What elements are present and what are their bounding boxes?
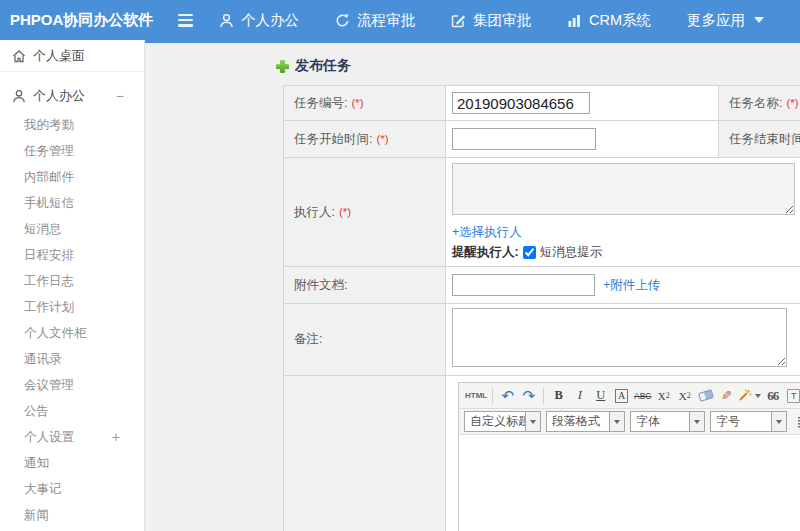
italic-button[interactable]: I bbox=[570, 386, 589, 406]
start-time-value-cell bbox=[446, 121, 719, 158]
underline-button[interactable]: U bbox=[591, 386, 610, 406]
sidebar-item-label: 日程安排 bbox=[24, 247, 74, 264]
main-content: 发布任务 任务编号:(*) 任务名称:(*) 任务开始时间:(*) bbox=[145, 40, 800, 531]
sidebar-item-work-log[interactable]: 工作日志 bbox=[0, 268, 144, 294]
collapse-minus-icon[interactable]: − bbox=[116, 88, 124, 104]
history-arrow-icon bbox=[335, 13, 350, 28]
custom-title-select[interactable]: 自定义标题 bbox=[464, 411, 541, 432]
chevron-down-icon bbox=[609, 412, 624, 431]
sidebar-item-contacts[interactable]: 通讯录 bbox=[0, 346, 144, 372]
boxed-a-icon: A bbox=[615, 389, 628, 403]
editor-toolbar-row1: HTML ↶ ↷ B I U A ABC X2 X2 ✎ bbox=[459, 383, 800, 409]
select-executor-link[interactable]: +选择执行人 bbox=[452, 225, 522, 239]
attachment-input[interactable] bbox=[452, 274, 595, 296]
nav-workflow-approval[interactable]: 流程审批 bbox=[335, 11, 415, 30]
sidebar-item-label: 任务管理 bbox=[24, 143, 74, 160]
nav-label: 更多应用 bbox=[687, 11, 745, 30]
chevron-down-icon bbox=[525, 412, 540, 431]
sidebar-item-my-attendance[interactable]: 我的考勤 bbox=[0, 112, 144, 138]
blockquote-button[interactable]: 66 bbox=[763, 386, 782, 406]
top-header: PHPOA协同办公软件 个人办公 流程审批 集团审批 CRM系统 bbox=[0, 0, 800, 40]
rich-text-editor: HTML ↶ ↷ B I U A ABC X2 X2 ✎ bbox=[458, 382, 800, 531]
task-number-value-cell bbox=[446, 86, 719, 121]
sidebar-item-internal-mail[interactable]: 内部邮件 bbox=[0, 164, 144, 190]
editor-content-area[interactable] bbox=[459, 435, 800, 531]
expand-plus-icon[interactable]: + bbox=[112, 429, 120, 445]
field-label: 任务名称: bbox=[729, 96, 782, 110]
page-title: 发布任务 bbox=[276, 57, 351, 75]
superscript-button[interactable]: X2 bbox=[654, 386, 673, 406]
remove-format-button[interactable] bbox=[696, 386, 715, 406]
field-label: 执行人: bbox=[294, 205, 335, 219]
format-brush-button[interactable]: ✎ bbox=[717, 386, 736, 406]
nav-crm-system[interactable]: CRM系统 bbox=[567, 11, 651, 30]
app-logo-title[interactable]: PHPOA协同办公软件 bbox=[0, 11, 154, 30]
nav-label: 流程审批 bbox=[357, 11, 415, 30]
autoformat-button[interactable] bbox=[738, 386, 761, 406]
sms-remind-checkbox[interactable] bbox=[523, 246, 536, 259]
attachment-upload-link[interactable]: +附件上传 bbox=[603, 277, 660, 294]
attachment-value-cell: +附件上传 bbox=[446, 267, 800, 304]
home-icon bbox=[12, 49, 26, 63]
sidebar-item-label: 新闻 bbox=[24, 507, 49, 524]
nav-label: CRM系统 bbox=[589, 11, 651, 30]
sidebar-item-news[interactable]: 新闻 bbox=[0, 502, 144, 528]
plus-icon bbox=[276, 60, 289, 73]
sidebar-item-schedule[interactable]: 日程安排 bbox=[0, 242, 144, 268]
paste-plain-button[interactable]: T bbox=[784, 386, 800, 406]
chevron-down-icon bbox=[755, 394, 761, 398]
field-label: 附件文档: bbox=[294, 278, 347, 292]
sidebar-item-personal-settings[interactable]: 个人设置 + bbox=[0, 424, 144, 450]
redo-button[interactable]: ↷ bbox=[519, 386, 538, 406]
nav-personal-office[interactable]: 个人办公 bbox=[219, 11, 299, 30]
executor-label-cell: 执行人:(*) bbox=[284, 158, 446, 267]
sidebar-item-task-management[interactable]: 任务管理 bbox=[0, 138, 144, 164]
sidebar-item-label: 大事记 bbox=[24, 481, 62, 498]
sidebar-item-announcement[interactable]: 公告 bbox=[0, 398, 144, 424]
sidebar-item-sms[interactable]: 手机短信 bbox=[0, 190, 144, 216]
sidebar-item-work-plan[interactable]: 工作计划 bbox=[0, 294, 144, 320]
chevron-down-icon bbox=[754, 17, 764, 23]
sidebar-item-notice[interactable]: 通知 bbox=[0, 450, 144, 476]
remark-textarea[interactable] bbox=[452, 308, 787, 367]
sidebar-item-label: 公告 bbox=[24, 403, 49, 420]
nav-group-approval[interactable]: 集团审批 bbox=[451, 11, 531, 30]
sidebar-item-personal-desktop[interactable]: 个人桌面 bbox=[0, 40, 144, 72]
task-number-input[interactable] bbox=[452, 92, 590, 114]
sidebar-menu: 个人桌面 个人办公 − 我的考勤 任务管理 内部邮件 手机短信 短消息 日程安排… bbox=[0, 40, 145, 531]
bar-chart-icon bbox=[567, 13, 582, 28]
undo-button[interactable]: ↶ bbox=[498, 386, 517, 406]
sidebar-item-short-message[interactable]: 短消息 bbox=[0, 216, 144, 242]
table-row: 备注: bbox=[284, 304, 800, 376]
strikethrough-button[interactable]: ABC bbox=[633, 386, 652, 406]
sidebar-item-meeting-management[interactable]: 会议管理 bbox=[0, 372, 144, 398]
page-title-text: 发布任务 bbox=[295, 57, 351, 75]
table-row: 执行人:(*) +选择执行人 提醒执行人: 短消息提示 bbox=[284, 158, 800, 267]
table-row: 附件文档: +附件上传 bbox=[284, 267, 800, 304]
font-family-select[interactable]: 字体 bbox=[630, 411, 705, 432]
executor-value-cell: +选择执行人 提醒执行人: 短消息提示 bbox=[446, 158, 800, 267]
sidebar-item-personal-files[interactable]: 个人文件柜 bbox=[0, 320, 144, 346]
edit-square-icon bbox=[451, 13, 466, 28]
user-icon bbox=[12, 89, 26, 103]
clipboard-icon: T bbox=[787, 389, 800, 403]
char-border-button[interactable]: A bbox=[612, 386, 631, 406]
attachment-label-cell: 附件文档: bbox=[284, 267, 446, 304]
remark-label-cell: 备注: bbox=[284, 304, 446, 376]
executor-textarea[interactable] bbox=[452, 163, 795, 215]
nav-more-apps[interactable]: 更多应用 bbox=[687, 11, 764, 30]
font-size-select[interactable]: 字号 bbox=[710, 411, 787, 432]
field-label: 任务开始时间: bbox=[294, 132, 372, 146]
eraser-icon bbox=[698, 389, 714, 402]
subscript-button[interactable]: X2 bbox=[675, 386, 694, 406]
sidebar-item-label: 个人文件柜 bbox=[24, 325, 87, 342]
user-icon bbox=[219, 13, 234, 28]
bold-button[interactable]: B bbox=[549, 386, 568, 406]
sidebar-item-memorabilia[interactable]: 大事记 bbox=[0, 476, 144, 502]
hamburger-menu-icon[interactable] bbox=[178, 14, 193, 27]
sidebar-item-personal-office[interactable]: 个人办公 − bbox=[0, 80, 144, 112]
html-source-button[interactable]: HTML bbox=[465, 386, 487, 406]
field-label: 任务结束时间: bbox=[729, 132, 800, 146]
start-time-input[interactable] bbox=[452, 128, 596, 150]
paragraph-format-select[interactable]: 段落格式 bbox=[546, 411, 625, 432]
